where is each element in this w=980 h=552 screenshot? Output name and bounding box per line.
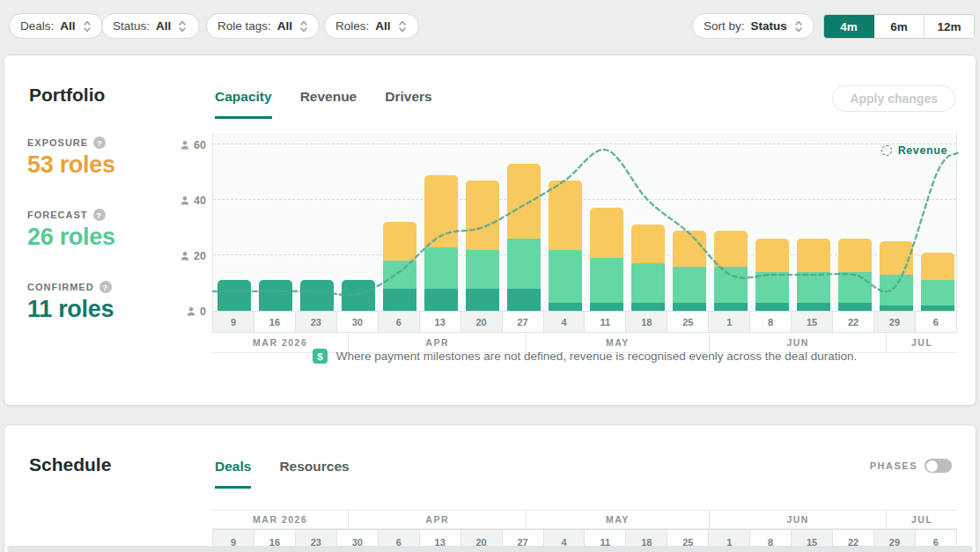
portfolio-tab-revenue[interactable]: Revenue: [300, 89, 357, 119]
phases-label: PHASES: [870, 460, 917, 471]
stat-confirmed: CONFIRMED?11 roles: [27, 281, 186, 323]
y-axis-tick-20: 20: [180, 250, 206, 262]
filter-label: Status:: [113, 19, 150, 33]
stat-label: FORECAST?: [27, 209, 186, 221]
chart-date-cell: 27: [503, 312, 544, 332]
capacity-chart: 0204060 Revenue 916233061320274111825181…: [212, 133, 957, 353]
schedule-month-band: APR: [348, 511, 525, 528]
horizontal-scrollbar[interactable]: [7, 546, 973, 552]
sort-by-dropdown[interactable]: Sort by: Status: [692, 13, 814, 39]
range-button-6m[interactable]: 6m: [874, 15, 925, 38]
chart-plot-area: 0204060 Revenue: [212, 133, 957, 311]
portfolio-stats: EXPOSURE?53 rolesFORECAST?26 rolesCONFIR…: [27, 136, 186, 353]
chart-date-cell: 6: [916, 312, 957, 332]
range-button-12m[interactable]: 12m: [925, 15, 974, 38]
footnote-text: Where payment milestones are not defined…: [336, 350, 857, 363]
chart-date-cell: 23: [296, 312, 337, 332]
schedule-month-band: JUN: [709, 511, 886, 528]
revenue-line: [213, 133, 958, 311]
chart-date-cell: 13: [420, 312, 461, 332]
role-tags-filter-dropdown[interactable]: Role tags:All: [206, 13, 320, 39]
chevron-updown-icon: [398, 19, 407, 33]
help-icon[interactable]: ?: [99, 281, 112, 293]
revenue-footnote: $ Where payment milestones are not defin…: [212, 349, 957, 364]
schedule-title: Schedule: [29, 454, 111, 475]
y-axis-tick-40: 40: [180, 195, 206, 207]
portfolio-title: Portfolio: [29, 85, 105, 106]
schedule-month-band: MAR 2026: [212, 511, 348, 528]
chart-date-cell: 1: [709, 312, 750, 332]
chart-date-cell: 25: [667, 312, 709, 332]
stat-label: EXPOSURE?: [27, 136, 186, 149]
schedule-months-row: MAR 2026APRMAYJUNJUL: [212, 510, 957, 529]
stat-label: CONFIRMED?: [27, 281, 186, 293]
range-button-4m[interactable]: 4m: [824, 15, 874, 38]
deals-filter-dropdown[interactable]: Deals:All: [9, 13, 103, 39]
chart-x-axis-dates: 916233061320274111825181522296: [212, 311, 957, 333]
portfolio-tab-capacity[interactable]: Capacity: [215, 89, 272, 119]
sort-by-label: Sort by:: [704, 19, 745, 33]
chart-date-cell: 30: [337, 312, 379, 332]
portfolio-tab-drivers[interactable]: Drivers: [385, 89, 431, 119]
chart-date-cell: 9: [212, 312, 254, 332]
chevron-updown-icon: [83, 19, 92, 33]
schedule-month-band: MAY: [526, 511, 709, 528]
help-icon[interactable]: ?: [93, 209, 106, 221]
person-icon: [180, 140, 190, 151]
roles-filter-dropdown[interactable]: Roles:All: [324, 13, 419, 39]
filter-bar: Deals:AllStatus:AllRole tags:AllRoles:Al…: [0, 0, 980, 55]
person-icon: [186, 306, 196, 317]
stat-exposure: EXPOSURE?53 roles: [27, 136, 186, 179]
chart-date-cell: 20: [461, 312, 503, 332]
toggle-knob: [926, 460, 938, 472]
chart-date-cell: 8: [750, 312, 792, 332]
schedule-tab-resources[interactable]: Resources: [279, 459, 349, 489]
person-icon: [180, 195, 190, 206]
filter-value: All: [277, 19, 292, 33]
chevron-updown-icon: [178, 19, 187, 33]
sort-by-value: Status: [751, 19, 787, 33]
chart-date-cell: 6: [379, 312, 420, 332]
filter-value: All: [156, 19, 171, 33]
filter-label: Roles:: [335, 19, 369, 33]
schedule-card: Schedule DealsResources PHASES MAR 2026A…: [4, 424, 976, 552]
stat-value: 53 roles: [27, 151, 186, 179]
apply-changes-button[interactable]: Apply changes: [832, 85, 955, 112]
chevron-updown-icon: [794, 19, 803, 33]
chart-y-axis: 0204060: [171, 133, 210, 311]
schedule-tab-deals[interactable]: Deals: [215, 459, 251, 489]
filter-value: All: [375, 19, 390, 33]
filter-label: Deals:: [20, 19, 54, 33]
schedule-tabs: DealsResources: [215, 459, 350, 489]
dollar-icon: $: [313, 349, 328, 364]
chevron-updown-icon: [299, 19, 308, 33]
chart-date-cell: 18: [626, 312, 667, 332]
portfolio-tabs: CapacityRevenueDrivers: [215, 89, 432, 119]
help-icon[interactable]: ?: [93, 136, 106, 149]
chart-date-cell: 4: [544, 312, 586, 332]
chart-date-cell: 11: [585, 312, 626, 332]
chart-date-cell: 15: [792, 312, 833, 332]
y-axis-tick-0: 0: [186, 305, 206, 318]
status-filter-dropdown[interactable]: Status:All: [101, 13, 200, 39]
time-range-segmented-control: 4m6m12m: [823, 14, 975, 39]
stat-value: 26 roles: [27, 224, 186, 251]
chart-date-cell: 29: [874, 312, 916, 332]
stat-value: 11 roles: [27, 296, 186, 323]
person-icon: [180, 251, 190, 261]
phases-toggle[interactable]: [925, 459, 952, 473]
chart-date-cell: 22: [833, 312, 874, 332]
stat-forecast: FORECAST?26 roles: [27, 209, 186, 251]
chart-date-cell: 16: [254, 312, 296, 332]
portfolio-card: Portfolio CapacityRevenueDrivers Apply c…: [4, 55, 976, 406]
phases-control: PHASES: [870, 459, 952, 473]
filter-value: All: [60, 19, 75, 33]
y-axis-tick-60: 60: [180, 139, 206, 151]
schedule-month-band: JUL: [886, 511, 957, 528]
filter-label: Role tags:: [217, 19, 271, 33]
